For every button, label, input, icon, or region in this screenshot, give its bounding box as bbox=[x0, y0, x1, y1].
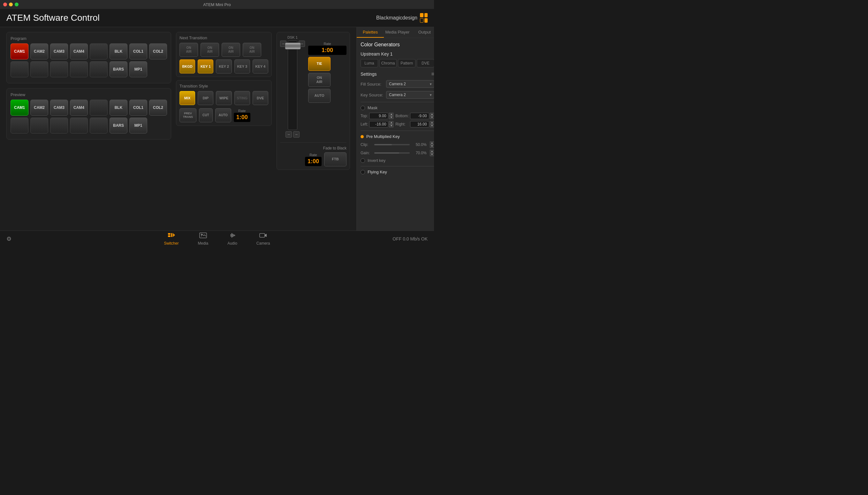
program-mp1-button[interactable]: MP1 bbox=[129, 61, 147, 77]
mask-bottom-input[interactable] bbox=[410, 113, 429, 119]
program-cam2-button[interactable]: CAM2 bbox=[30, 44, 48, 59]
ftb-rate-value[interactable]: 1:00 bbox=[305, 157, 322, 166]
preview-r3-button[interactable] bbox=[50, 118, 68, 134]
mask-top-up[interactable]: ▲ bbox=[389, 113, 394, 116]
tab-palettes[interactable]: Palettes bbox=[357, 27, 384, 38]
preview-cam2-button[interactable]: CAM2 bbox=[30, 100, 48, 116]
key-type-chroma[interactable]: Chroma bbox=[379, 59, 397, 67]
mask-top-down[interactable]: ▼ bbox=[389, 116, 394, 119]
fader-handle[interactable] bbox=[285, 42, 301, 50]
fader-bottom-minus-btn2[interactable]: − bbox=[293, 131, 299, 138]
mask-bottom-up[interactable]: ▲ bbox=[430, 113, 434, 116]
mask-left-up[interactable]: ▲ bbox=[389, 121, 394, 124]
on-air-btn-2[interactable]: ONAIR bbox=[201, 43, 219, 57]
preview-r1-button[interactable] bbox=[11, 118, 29, 134]
program-section: Program CAM1 CAM2 CAM3 CAM4 BLK COL1 COL… bbox=[6, 32, 171, 83]
settings-menu-icon[interactable]: ≡ bbox=[431, 71, 434, 77]
on-air-btn-3[interactable]: ONAIR bbox=[222, 43, 240, 57]
ftb-button[interactable]: FTB bbox=[324, 152, 347, 166]
mask-top-input[interactable] bbox=[369, 113, 388, 119]
dip-button[interactable]: DIP bbox=[198, 91, 213, 105]
close-button[interactable] bbox=[3, 3, 7, 6]
mask-right-input[interactable] bbox=[410, 121, 429, 127]
program-r1-button[interactable] bbox=[11, 61, 29, 77]
preview-r5-button[interactable] bbox=[90, 118, 108, 134]
auto-button[interactable]: AUTO bbox=[215, 108, 231, 122]
dsk-on-air-button[interactable]: ONAIR bbox=[308, 73, 331, 87]
dsk-auto-button[interactable]: AUTO bbox=[308, 89, 331, 103]
program-r2-button[interactable] bbox=[30, 61, 48, 77]
nav-tab-camera[interactable]: Camera bbox=[247, 231, 280, 247]
dsk-tie-button[interactable]: TIE bbox=[308, 57, 331, 71]
mask-right-up[interactable]: ▲ bbox=[430, 121, 434, 124]
preview-r4-button[interactable] bbox=[70, 118, 88, 134]
program-r5-button[interactable] bbox=[90, 61, 108, 77]
sting-button[interactable]: STING bbox=[235, 91, 250, 105]
key-type-luma[interactable]: Luma bbox=[361, 59, 378, 67]
nav-tab-media[interactable]: Media bbox=[188, 231, 218, 247]
program-blk-button[interactable]: BLK bbox=[109, 44, 127, 59]
clip-down[interactable]: ▼ bbox=[430, 145, 434, 148]
key-source-select[interactable]: Camera 2 Camera 1 Camera 3 Camera 4 bbox=[386, 91, 434, 99]
mask-checkbox[interactable] bbox=[361, 106, 365, 110]
program-r4-button[interactable] bbox=[70, 61, 88, 77]
preview-cam5-button[interactable] bbox=[90, 100, 108, 116]
mask-bottom-down[interactable]: ▼ bbox=[430, 116, 434, 119]
minimize-button[interactable] bbox=[9, 3, 13, 6]
cut-button[interactable]: CUT bbox=[199, 108, 213, 122]
key3-button[interactable]: KEY 3 bbox=[235, 59, 250, 73]
mask-right-down[interactable]: ▼ bbox=[430, 124, 434, 127]
program-col1-button[interactable]: COL1 bbox=[129, 44, 147, 59]
mask-left-down[interactable]: ▼ bbox=[389, 124, 394, 127]
fill-source-select[interactable]: Camera 2 Camera 1 Camera 3 Camera 4 bbox=[386, 80, 434, 88]
key1-button[interactable]: KEY 1 bbox=[198, 59, 213, 73]
mask-left-input[interactable] bbox=[369, 121, 388, 127]
dsk-rate-value[interactable]: 1:00 bbox=[308, 46, 347, 55]
pre-mult-dot[interactable] bbox=[361, 135, 364, 138]
maximize-button[interactable] bbox=[15, 3, 19, 6]
gain-down[interactable]: ▼ bbox=[430, 153, 434, 156]
fader-track[interactable] bbox=[288, 40, 297, 130]
gain-value: 70.0% bbox=[412, 151, 427, 155]
nav-tab-audio[interactable]: Audio bbox=[218, 231, 247, 247]
key-type-pattern[interactable]: Pattern bbox=[398, 59, 415, 67]
preview-r2-button[interactable] bbox=[30, 118, 48, 134]
prev-trans-button[interactable]: PREVTRANS bbox=[179, 108, 196, 122]
settings-icon[interactable]: ⚙ bbox=[6, 235, 12, 242]
wipe-button[interactable]: WIPE bbox=[216, 91, 231, 105]
preview-bars-button[interactable]: BARS bbox=[109, 118, 127, 134]
preview-cam4-button[interactable]: CAM4 bbox=[70, 100, 88, 116]
on-air-btn-1[interactable]: ONAIR bbox=[179, 43, 198, 57]
program-cam5-button[interactable] bbox=[90, 44, 108, 59]
flying-key-checkbox[interactable] bbox=[361, 170, 365, 174]
preview-cam1-button[interactable]: CAM1 bbox=[11, 100, 29, 116]
tab-output[interactable]: Output bbox=[411, 27, 434, 38]
preview-col1-button[interactable]: COL1 bbox=[129, 100, 147, 116]
program-bars-button[interactable]: BARS bbox=[109, 61, 127, 77]
program-cam3-button[interactable]: CAM3 bbox=[50, 44, 68, 59]
clip-up[interactable]: ▲ bbox=[430, 141, 434, 145]
preview-col2-button[interactable]: COL2 bbox=[149, 100, 167, 116]
invert-key-checkbox[interactable] bbox=[361, 158, 365, 163]
bkgd-button[interactable]: BKGD bbox=[179, 59, 195, 73]
gain-up[interactable]: ▲ bbox=[430, 150, 434, 153]
key2-button[interactable]: KEY 2 bbox=[216, 59, 231, 73]
preview-blk-button[interactable]: BLK bbox=[109, 100, 127, 116]
preview-mp1-button[interactable]: MP1 bbox=[129, 118, 147, 134]
dve-style-button[interactable]: DVE bbox=[253, 91, 268, 105]
program-col2-button[interactable]: COL2 bbox=[149, 44, 167, 59]
program-cam1-button[interactable]: CAM1 bbox=[11, 44, 29, 59]
tab-media-player[interactable]: Media Player bbox=[384, 27, 411, 38]
on-air-btn-4[interactable]: ONAIR bbox=[243, 43, 261, 57]
rate-value[interactable]: 1:00 bbox=[234, 113, 250, 122]
clip-label: Clip: bbox=[361, 142, 372, 147]
mix-button[interactable]: MIX bbox=[179, 91, 195, 105]
preview-cam3-button[interactable]: CAM3 bbox=[50, 100, 68, 116]
key4-button[interactable]: KEY 4 bbox=[253, 59, 268, 73]
rate-label: Rate bbox=[234, 109, 250, 113]
program-cam4-button[interactable]: CAM4 bbox=[70, 44, 88, 59]
key-type-dve[interactable]: DVE bbox=[417, 59, 434, 67]
fader-bottom-minus-btn[interactable]: − bbox=[285, 131, 292, 138]
nav-tab-switcher[interactable]: Switcher bbox=[154, 231, 188, 247]
program-r3-button[interactable] bbox=[50, 61, 68, 77]
